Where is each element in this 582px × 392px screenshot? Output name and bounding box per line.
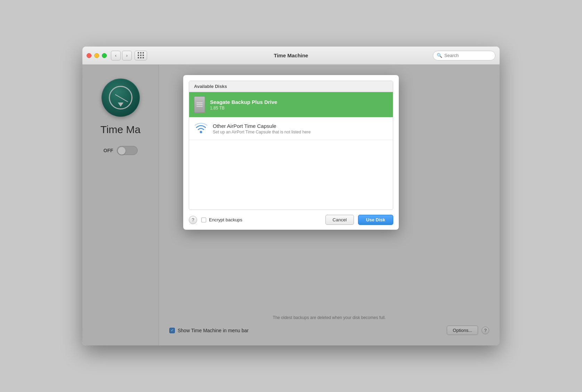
disk-info-seagate: Seagate Backup Plus Drive 1.85 TB xyxy=(210,99,388,111)
disk-item-seagate[interactable]: Seagate Backup Plus Drive 1.85 TB xyxy=(189,92,393,117)
forward-button[interactable]: › xyxy=(122,51,132,60)
maximize-button[interactable] xyxy=(102,53,107,58)
cancel-button[interactable]: Cancel xyxy=(325,215,354,225)
grid-icon xyxy=(138,52,144,59)
modal-footer: ? Encrypt backups Cancel Use Disk xyxy=(183,210,399,230)
hdd-icon xyxy=(194,96,205,113)
encrypt-label: Encrypt backups xyxy=(209,217,242,222)
window-controls xyxy=(87,53,107,58)
grid-view-button[interactable] xyxy=(135,51,147,60)
title-bar: ‹ › Time Machine 🔍 xyxy=(82,47,500,65)
disk-info-airport: Other AirPort Time Capsule Set up an Air… xyxy=(213,123,388,134)
minimize-button[interactable] xyxy=(94,53,99,58)
disk-name-seagate: Seagate Backup Plus Drive xyxy=(210,99,388,105)
modal-sheet: Available Disks Seagate Backup Plus Driv… xyxy=(183,75,399,230)
disk-name-airport: Other AirPort Time Capsule xyxy=(213,123,388,129)
window-content: Time Ma OFF The oldest backups are delet… xyxy=(82,65,500,345)
encrypt-row: Encrypt backups xyxy=(201,217,242,222)
search-input[interactable] xyxy=(444,53,492,58)
disks-list: Available Disks Seagate Backup Plus Driv… xyxy=(189,81,393,210)
disks-header: Available Disks xyxy=(189,81,393,92)
search-box[interactable]: 🔍 xyxy=(433,51,495,60)
close-button[interactable] xyxy=(87,53,91,58)
encrypt-checkbox[interactable] xyxy=(201,218,206,222)
modal-help-button[interactable]: ? xyxy=(189,216,197,224)
disk-desc-airport: Set up an AirPort Time Capsule that is n… xyxy=(213,130,388,134)
disk-item-airport[interactable]: Other AirPort Time Capsule Set up an Air… xyxy=(189,117,393,140)
modal-overlay: Available Disks Seagate Backup Plus Driv… xyxy=(82,65,500,345)
nav-buttons: ‹ › xyxy=(111,51,132,60)
window-title: Time Machine xyxy=(274,52,308,58)
use-disk-button[interactable]: Use Disk xyxy=(358,215,393,225)
empty-disk-area xyxy=(189,140,393,210)
wifi-icon xyxy=(194,122,208,136)
search-icon: 🔍 xyxy=(437,53,442,58)
main-window: ‹ › Time Machine 🔍 xyxy=(82,47,500,345)
disk-size-seagate: 1.85 TB xyxy=(210,106,388,111)
svg-point-0 xyxy=(200,131,202,133)
back-button[interactable]: ‹ xyxy=(111,51,121,60)
